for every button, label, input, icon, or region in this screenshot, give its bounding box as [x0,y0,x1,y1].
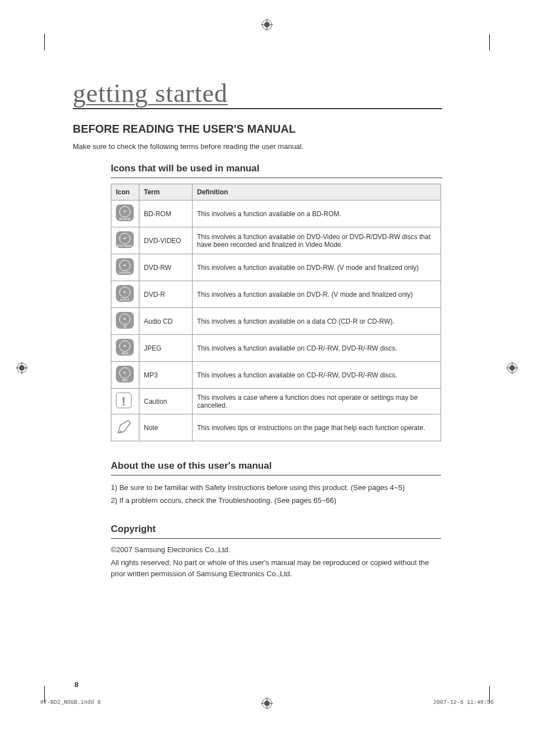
definition-cell: This involves a case where a function do… [193,389,441,414]
about-subheading: About the use of this user's manual [111,460,441,475]
table-header-row: Icon Term Definition [111,184,441,200]
page-title: getting started [73,78,442,109]
definition-cell: This involves a function available on DV… [193,281,441,308]
about-list: 1) Be sure to be familiar with Safety In… [111,482,441,507]
section-heading: BEFORE READING THE USER'S MANUAL [73,123,442,136]
table-row: DVD-VIDEO DVD-VIDEO This involves a func… [111,227,441,254]
definition-cell: This involves a function available on CD… [193,362,441,389]
th-definition: Definition [193,184,441,200]
about-item-1: 1) Be sure to be familiar with Safety In… [111,482,441,494]
note-icon [116,418,133,435]
definition-cell: This involves tips or instructions on th… [193,414,441,441]
table-row: DVD-R DVD-R This involves a function ava… [111,281,441,308]
registration-mark-top [262,20,272,30]
table-row: Caution This involves a case where a fun… [111,389,441,414]
definition-cell: This involves a function available on CD… [193,335,441,362]
icon-cell [111,389,139,414]
copyright-line-1: ©2007 Samsung Electronics Co.,Ltd. [111,544,441,556]
icon-cell: DVD-RW [111,254,139,281]
registration-mark-left [17,363,27,373]
table-row: MP3 MP3 This involves a function availab… [111,362,441,389]
icon-cell: DVD-VIDEO [111,227,139,254]
dvd-r-icon: DVD-R [116,285,134,302]
term-cell: Note [139,414,193,441]
term-cell: Audio CD [139,308,193,335]
copyright-subheading: Copyright [111,524,441,539]
term-cell: DVD-VIDEO [139,227,193,254]
definition-cell: This involves a function available on DV… [193,227,441,254]
lead-text: Make sure to check the following terms b… [73,142,442,151]
term-cell: Caution [139,389,193,414]
about-item-2: 2) If a problem occurs, check the Troubl… [111,495,441,507]
crop-mark-tl [35,34,45,50]
definition-cell: This involves a function available on a … [193,200,441,227]
bd-rom-icon: BD-ROM [116,204,134,221]
definition-cell: This involves a function available on DV… [193,254,441,281]
icon-cell: MP3 [111,362,139,389]
footer-left: HT-BD2_NOGB.indd 8 [40,699,101,706]
icon-cell: CD [111,308,139,335]
term-cell: DVD-RW [139,254,193,281]
table-row: CD Audio CD This involves a function ava… [111,308,441,335]
caution-icon [116,393,132,408]
term-cell: BD-ROM [139,200,193,227]
icon-cell: DVD-R [111,281,139,308]
registration-mark-right [507,363,517,373]
copyright-line-2: All rights reserved; No part or whole of… [111,557,441,579]
icons-subheading: Icons that will be used in manual [111,163,442,178]
table-row: DVD-RW DVD-RW This involves a function a… [111,254,441,281]
mp3-icon: MP3 [116,366,134,382]
registration-mark-bottom [262,698,272,708]
icon-cell: BD-ROM [111,200,139,227]
term-cell: MP3 [139,362,193,389]
page-number: 8 [74,680,78,689]
definition-cell: This involves a function available on a … [193,308,441,335]
footer-right: 2007-12-6 11:46:56 [433,699,494,706]
crop-mark-tr [489,34,499,50]
icons-table: Icon Term Definition BD-ROM BD-ROM This … [111,184,441,441]
jpeg-icon: JPEG [116,339,134,356]
cd-icon: CD [116,312,134,329]
dvd-rw-icon: DVD-RW [116,258,134,275]
th-term: Term [139,184,193,200]
th-icon: Icon [111,184,139,200]
table-row: BD-ROM BD-ROM This involves a function a… [111,200,441,227]
table-row: JPEG JPEG This involves a function avail… [111,335,441,362]
icon-cell: JPEG [111,335,139,362]
dvd-video-icon: DVD-VIDEO [116,231,134,248]
term-cell: DVD-R [139,281,193,308]
term-cell: JPEG [139,335,193,362]
icon-cell [111,414,139,441]
table-row: Note This involves tips or instructions … [111,414,441,441]
